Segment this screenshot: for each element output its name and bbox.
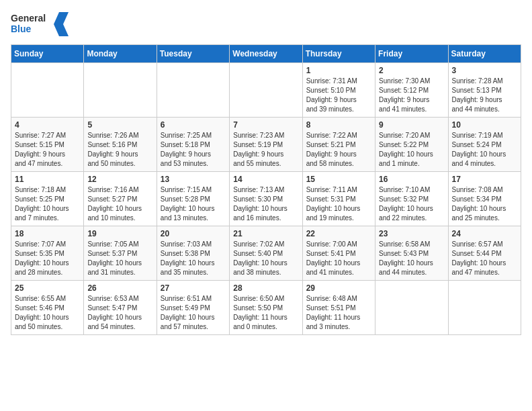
day-number: 28 xyxy=(233,283,298,293)
calendar-cell: 19Sunrise: 7:05 AM Sunset: 5:37 PM Dayli… xyxy=(84,226,157,281)
day-number: 11 xyxy=(15,175,80,184)
svg-marker-2 xyxy=(54,12,69,36)
day-info: Sunrise: 6:51 AM Sunset: 5:49 PM Dayligh… xyxy=(161,294,226,332)
day-number: 7 xyxy=(233,120,298,130)
calendar-cell: 8Sunrise: 7:22 AM Sunset: 5:21 PM Daylig… xyxy=(302,118,375,172)
day-number: 23 xyxy=(379,229,444,238)
day-info: Sunrise: 7:25 AM Sunset: 5:18 PM Dayligh… xyxy=(161,131,226,169)
day-info: Sunrise: 7:30 AM Sunset: 5:12 PM Dayligh… xyxy=(379,77,444,114)
calendar-cell: 24Sunrise: 6:57 AM Sunset: 5:44 PM Dayli… xyxy=(448,226,521,281)
page-header: General Blue xyxy=(11,11,521,38)
day-number: 15 xyxy=(306,175,371,184)
calendar-cell: 23Sunrise: 6:58 AM Sunset: 5:43 PM Dayli… xyxy=(375,226,448,281)
calendar-cell xyxy=(84,63,157,118)
calendar-cell xyxy=(157,63,229,118)
calendar-cell: 7Sunrise: 7:23 AM Sunset: 5:19 PM Daylig… xyxy=(230,118,302,172)
day-number: 10 xyxy=(452,120,517,130)
calendar-cell: 21Sunrise: 7:02 AM Sunset: 5:40 PM Dayli… xyxy=(230,226,302,281)
calendar-cell xyxy=(448,281,521,335)
calendar-cell: 20Sunrise: 7:03 AM Sunset: 5:38 PM Dayli… xyxy=(157,226,229,281)
day-number: 1 xyxy=(306,66,371,75)
calendar-cell: 27Sunrise: 6:51 AM Sunset: 5:49 PM Dayli… xyxy=(157,281,229,335)
calendar-cell: 6Sunrise: 7:25 AM Sunset: 5:18 PM Daylig… xyxy=(157,118,229,172)
day-info: Sunrise: 7:16 AM Sunset: 5:27 PM Dayligh… xyxy=(87,185,152,223)
day-info: Sunrise: 7:02 AM Sunset: 5:40 PM Dayligh… xyxy=(233,240,298,277)
calendar-cell: 11Sunrise: 7:18 AM Sunset: 5:25 PM Dayli… xyxy=(11,172,84,226)
day-number: 27 xyxy=(161,283,226,293)
day-info: Sunrise: 7:00 AM Sunset: 5:41 PM Dayligh… xyxy=(306,240,371,277)
calendar-week-row: 25Sunrise: 6:55 AM Sunset: 5:46 PM Dayli… xyxy=(11,281,521,335)
day-info: Sunrise: 7:05 AM Sunset: 5:37 PM Dayligh… xyxy=(87,240,152,277)
calendar-week-row: 1Sunrise: 7:31 AM Sunset: 5:10 PM Daylig… xyxy=(11,63,521,118)
day-info: Sunrise: 6:48 AM Sunset: 5:51 PM Dayligh… xyxy=(306,294,371,332)
day-number: 9 xyxy=(379,120,444,130)
day-info: Sunrise: 7:26 AM Sunset: 5:16 PM Dayligh… xyxy=(87,131,152,169)
day-number: 12 xyxy=(87,175,152,184)
calendar-cell: 2Sunrise: 7:30 AM Sunset: 5:12 PM Daylig… xyxy=(375,63,448,118)
day-number: 18 xyxy=(15,229,80,238)
day-number: 14 xyxy=(233,175,298,184)
day-number: 17 xyxy=(452,175,517,184)
logo-svg: General Blue xyxy=(11,11,71,38)
calendar-cell: 9Sunrise: 7:20 AM Sunset: 5:22 PM Daylig… xyxy=(375,118,448,172)
day-info: Sunrise: 7:27 AM Sunset: 5:15 PM Dayligh… xyxy=(15,131,80,169)
day-info: Sunrise: 6:58 AM Sunset: 5:43 PM Dayligh… xyxy=(379,240,444,277)
day-number: 29 xyxy=(306,283,371,293)
day-number: 3 xyxy=(452,66,517,75)
day-header-tuesday: Tuesday xyxy=(157,45,229,63)
day-info: Sunrise: 7:19 AM Sunset: 5:24 PM Dayligh… xyxy=(452,131,517,169)
calendar-cell: 18Sunrise: 7:07 AM Sunset: 5:35 PM Dayli… xyxy=(11,226,84,281)
day-info: Sunrise: 7:22 AM Sunset: 5:21 PM Dayligh… xyxy=(306,131,371,169)
day-info: Sunrise: 7:10 AM Sunset: 5:32 PM Dayligh… xyxy=(379,185,444,223)
calendar-cell: 12Sunrise: 7:16 AM Sunset: 5:27 PM Dayli… xyxy=(84,172,157,226)
day-info: Sunrise: 6:53 AM Sunset: 5:47 PM Dayligh… xyxy=(87,294,152,332)
svg-text:Blue: Blue xyxy=(11,24,32,34)
calendar-table: SundayMondayTuesdayWednesdayThursdayFrid… xyxy=(11,44,521,335)
day-info: Sunrise: 7:03 AM Sunset: 5:38 PM Dayligh… xyxy=(161,240,226,277)
calendar-cell: 15Sunrise: 7:11 AM Sunset: 5:31 PM Dayli… xyxy=(302,172,375,226)
calendar-cell: 4Sunrise: 7:27 AM Sunset: 5:15 PM Daylig… xyxy=(11,118,84,172)
day-header-monday: Monday xyxy=(84,45,157,63)
calendar-cell: 13Sunrise: 7:15 AM Sunset: 5:28 PM Dayli… xyxy=(157,172,229,226)
day-info: Sunrise: 7:15 AM Sunset: 5:28 PM Dayligh… xyxy=(161,185,226,223)
day-number: 26 xyxy=(87,283,152,293)
svg-text:General: General xyxy=(11,13,46,24)
day-header-thursday: Thursday xyxy=(302,45,375,63)
calendar-week-row: 11Sunrise: 7:18 AM Sunset: 5:25 PM Dayli… xyxy=(11,172,521,226)
calendar-cell xyxy=(11,63,84,118)
calendar-cell xyxy=(375,281,448,335)
calendar-cell: 29Sunrise: 6:48 AM Sunset: 5:51 PM Dayli… xyxy=(302,281,375,335)
day-info: Sunrise: 7:11 AM Sunset: 5:31 PM Dayligh… xyxy=(306,185,371,223)
day-info: Sunrise: 7:20 AM Sunset: 5:22 PM Dayligh… xyxy=(379,131,444,169)
day-number: 4 xyxy=(15,120,80,130)
day-info: Sunrise: 7:28 AM Sunset: 5:13 PM Dayligh… xyxy=(452,77,517,114)
day-info: Sunrise: 7:23 AM Sunset: 5:19 PM Dayligh… xyxy=(233,131,298,169)
calendar-cell: 10Sunrise: 7:19 AM Sunset: 5:24 PM Dayli… xyxy=(448,118,521,172)
calendar-cell xyxy=(230,63,302,118)
day-number: 16 xyxy=(379,175,444,184)
day-number: 8 xyxy=(306,120,371,130)
calendar-cell: 28Sunrise: 6:50 AM Sunset: 5:50 PM Dayli… xyxy=(230,281,302,335)
day-info: Sunrise: 6:50 AM Sunset: 5:50 PM Dayligh… xyxy=(233,294,298,332)
day-number: 22 xyxy=(306,229,371,238)
calendar-header-row: SundayMondayTuesdayWednesdayThursdayFrid… xyxy=(11,45,521,63)
day-number: 13 xyxy=(161,175,226,184)
calendar-cell: 16Sunrise: 7:10 AM Sunset: 5:32 PM Dayli… xyxy=(375,172,448,226)
day-number: 25 xyxy=(15,283,80,293)
calendar-cell: 22Sunrise: 7:00 AM Sunset: 5:41 PM Dayli… xyxy=(302,226,375,281)
day-info: Sunrise: 7:08 AM Sunset: 5:34 PM Dayligh… xyxy=(452,185,517,223)
day-number: 21 xyxy=(233,229,298,238)
day-number: 20 xyxy=(161,229,226,238)
logo: General Blue xyxy=(11,11,71,38)
day-info: Sunrise: 7:18 AM Sunset: 5:25 PM Dayligh… xyxy=(15,185,80,223)
day-number: 2 xyxy=(379,66,444,75)
day-info: Sunrise: 7:07 AM Sunset: 5:35 PM Dayligh… xyxy=(15,240,80,277)
day-number: 19 xyxy=(87,229,152,238)
day-info: Sunrise: 6:55 AM Sunset: 5:46 PM Dayligh… xyxy=(15,294,80,332)
calendar-cell: 3Sunrise: 7:28 AM Sunset: 5:13 PM Daylig… xyxy=(448,63,521,118)
day-header-wednesday: Wednesday xyxy=(230,45,302,63)
day-header-friday: Friday xyxy=(375,45,448,63)
calendar-cell: 5Sunrise: 7:26 AM Sunset: 5:16 PM Daylig… xyxy=(84,118,157,172)
calendar-cell: 26Sunrise: 6:53 AM Sunset: 5:47 PM Dayli… xyxy=(84,281,157,335)
calendar-cell: 17Sunrise: 7:08 AM Sunset: 5:34 PM Dayli… xyxy=(448,172,521,226)
